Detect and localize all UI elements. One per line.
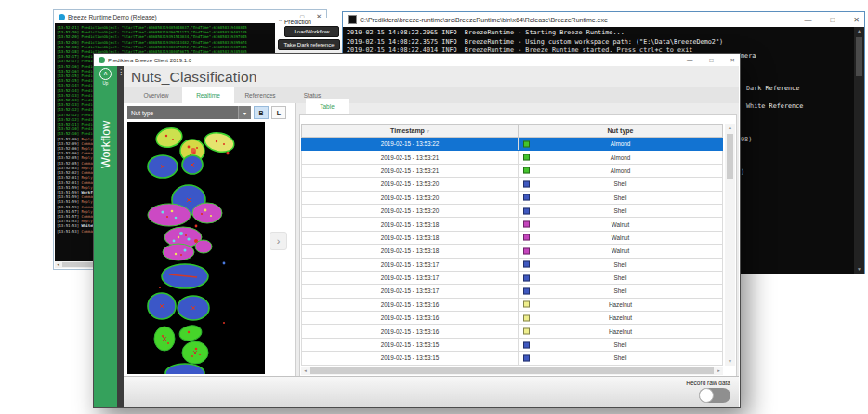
column-header-timestamp[interactable]: Timestamp ▿ [302,125,519,137]
expand-pane-button[interactable]: › [270,232,287,250]
table-row[interactable]: 2019-02-15 - 13:53:21Almond [301,165,723,178]
timestamp-cell: 2019-02-15 - 13:53:16 [302,312,519,324]
timestamp-cell: 2019-02-15 - 13:53:21 [302,151,519,163]
nut-type-label: Shell [613,261,626,268]
nut-type-cell: Hazelnut [519,299,722,311]
sidebar-handle[interactable]: ⋮ [117,66,124,407]
nut-type-cell: Shell [519,272,722,284]
collapse-chevron-icon[interactable]: ⌃ [278,20,283,25]
table-row[interactable]: 2019-02-15 - 13:53:16Hazelnut [301,312,723,325]
class-color-swatch [523,140,530,147]
table-header: Timestamp ▿ Nut type [301,124,723,138]
cmd-vertical-scrollbar[interactable]: ▲ ▼ [854,27,864,274]
nut-type-cell: Almond [519,151,722,163]
timestamp-cell: 2019-02-15 - 13:53:17 [302,285,519,297]
nut-type-label: Shell [613,180,626,187]
load-workflow-button[interactable]: LoadWorkflow [284,26,339,37]
minimize-icon[interactable]: — [687,57,693,63]
scrollbar-thumb[interactable] [856,37,862,76]
nut-type-label: Almond [611,167,630,174]
tab-table[interactable]: Table [306,99,349,114]
chevron-right-icon: › [277,235,281,247]
timestamp-cell: 2019-02-15 - 13:53:16 [302,299,519,311]
class-color-swatch [523,354,530,361]
timestamp-cell: 2019-02-15 - 13:53:20 [302,192,519,204]
scroll-right-icon[interactable]: ▸ [715,367,723,375]
close-icon[interactable]: ✕ [853,16,860,24]
chevron-down-icon[interactable]: ▾ [238,106,251,119]
table-row[interactable]: 2019-02-15 - 13:53:17Shell [301,259,723,272]
nut-type-label: Shell [613,287,626,294]
scrollbar-thumb[interactable] [727,134,733,179]
table-row[interactable]: 2019-02-15 - 13:53:20Shell [301,205,723,218]
log-fragment: Dark Reference [746,85,799,92]
tab-references[interactable]: References [234,87,286,103]
client-window-title: Prediktera Breeze Client 2019.1.0 [108,58,191,63]
maximize-icon[interactable]: □ [830,16,835,24]
timestamp-cell: 2019-02-15 - 13:53:18 [302,232,519,244]
maximize-icon[interactable]: □ [710,57,714,63]
table-row[interactable]: 2019-02-15 - 13:53:20Shell [301,178,723,191]
timestamp-cell: 2019-02-15 - 13:53:17 [302,259,519,271]
table-row[interactable]: 2019-02-15 - 13:53:15Shell [301,352,723,365]
close-icon[interactable]: ✕ [730,57,735,64]
kebab-menu-icon[interactable]: ⋮ [117,68,124,77]
table-row[interactable]: 2019-02-15 - 13:53:15Shell [301,339,723,352]
nut-type-label: Shell [613,274,626,281]
record-raw-data-toggle[interactable] [699,388,730,403]
table-row[interactable]: 2019-02-15 - 13:53:18Walnut [301,218,723,231]
prediction-label: Prediction [284,19,311,25]
nut-type-label: Hazelnut [609,301,632,308]
nut-type-cell: Shell [519,205,722,217]
nut-type-cell: Shell [519,192,722,204]
scroll-up-icon[interactable]: ▲ [725,124,735,132]
nut-type-cell: Shell [519,352,722,364]
scroll-down-icon[interactable]: ▼ [854,265,864,274]
timestamp-cell: 2019-02-15 - 13:53:17 [302,272,519,284]
table-row[interactable]: 2019-02-15 - 13:53:18Walnut [301,232,723,245]
up-button[interactable]: ∧ Up [94,68,117,86]
nut-type-cell: Walnut [519,232,722,244]
scroll-up-icon[interactable]: ▲ [854,27,864,35]
minimize-icon[interactable]: — [804,16,811,24]
class-color-swatch [523,274,530,281]
column-header-nut-type[interactable]: Nut type [519,125,722,137]
table-row[interactable]: 2019-02-15 - 13:53:16Hazelnut [301,299,723,312]
desktop: Breeze Runtime Demo (Release) — □ ✕ [13:… [0,0,868,414]
table-horizontal-scrollbar[interactable]: ◂ ▸ [301,367,723,375]
class-color-swatch [523,207,530,214]
nut-type-label: Walnut [612,247,629,254]
table-row[interactable]: 2019-02-15 - 13:53:17Shell [301,272,723,285]
nut-type-dropdown[interactable]: Nut type ▾ [127,106,251,119]
class-color-swatch [523,247,530,254]
table-row[interactable]: 2019-02-15 - 13:53:21Almond [301,151,723,164]
table-row[interactable]: 2019-02-15 - 13:53:20Shell [301,192,723,205]
b-toggle-button[interactable]: B [254,106,269,119]
table-row[interactable]: 2019-02-15 - 13:53:22Almond [301,138,723,151]
table-vertical-scrollbar[interactable]: ▲ ▼ [725,124,735,366]
timestamp-cell: 2019-02-15 - 13:53:20 [302,178,519,190]
l-toggle-button[interactable]: L [271,106,286,119]
client-titlebar[interactable]: Prediktera Breeze Client 2019.1.0 — □ ✕ [94,54,740,66]
nut-type-cell: Hazelnut [519,325,722,337]
take-dark-reference-button[interactable]: Take Dark reference [278,39,340,50]
table-row[interactable]: 2019-02-15 - 13:53:17Shell [301,285,723,298]
classification-image[interactable] [127,122,265,374]
tab-overview[interactable]: Overview [130,87,182,103]
scroll-down-icon[interactable]: ▼ [725,357,735,366]
toggle-knob[interactable] [699,388,714,403]
cmd-titlebar[interactable]: C:\Prediktera\breeze-runtime\src\BreezeR… [343,12,864,27]
timestamp-cell: 2019-02-15 - 13:53:20 [302,205,519,217]
prediction-group-header[interactable]: ⌃ Prediction [275,18,341,25]
client-footer: Record raw data [124,376,739,407]
timestamp-cell: 2019-02-15 - 13:53:18 [302,218,519,230]
scrollbar-thumb[interactable] [310,367,714,374]
workflow-label[interactable]: Workflow [94,92,117,196]
nut-type-label: Hazelnut [609,314,632,321]
table-row[interactable]: 2019-02-15 - 13:53:18Walnut [301,245,723,258]
scroll-left-icon[interactable]: ◂ [301,367,309,375]
nut-type-cell: Shell [519,285,722,297]
scroll-left-icon[interactable]: ◂ [55,261,61,268]
table-row[interactable]: 2019-02-15 - 13:53:16Hazelnut [301,325,723,338]
tab-realtime[interactable]: Realtime [182,87,234,103]
